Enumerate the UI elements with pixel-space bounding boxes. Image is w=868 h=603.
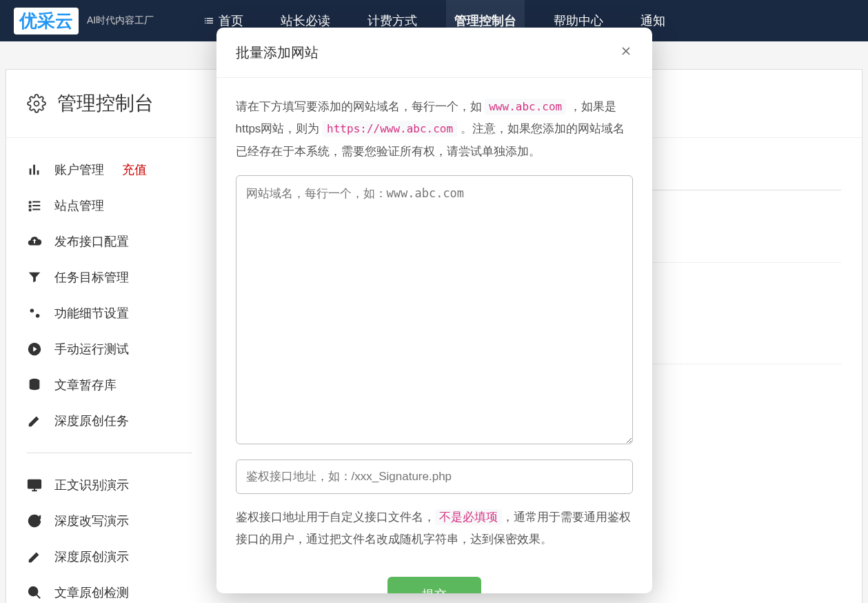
code-sample: www.abc.com — [485, 99, 566, 115]
auth-path-input[interactable] — [236, 459, 633, 494]
modal-title: 批量添加网站 — [236, 43, 319, 62]
code-sample: https://www.abc.com — [323, 121, 457, 137]
batch-add-modal: 批量添加网站 请在下方填写要添加的网站域名，每行一个，如 www.abc.com… — [216, 28, 652, 593]
submit-button[interactable]: 提交 — [387, 577, 481, 593]
not-required-badge: 不是必填项 — [435, 509, 502, 525]
modal-overlay: 批量添加网站 请在下方填写要添加的网站域名，每行一个，如 www.abc.com… — [0, 0, 868, 603]
close-button[interactable] — [619, 43, 633, 62]
modal-description: 请在下方填写要添加的网站域名，每行一个，如 www.abc.com ，如果是ht… — [236, 96, 633, 163]
auth-note: 鉴权接口地址用于自定义接口文件名，不是必填项，通常用于需要通用鉴权接口的用户，通… — [236, 506, 633, 551]
domains-textarea[interactable] — [236, 175, 633, 444]
close-icon — [619, 44, 633, 58]
